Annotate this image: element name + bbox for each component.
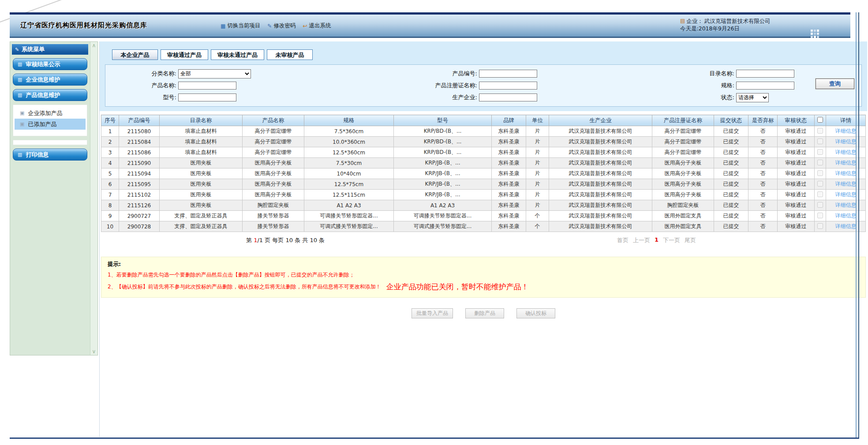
cell-0: 4 — [101, 158, 119, 168]
window-icon: ▥ — [18, 152, 22, 157]
action-buttons: 批量导入产品删除产品确认投标 — [100, 308, 867, 318]
cell-8: 武汉克瑞普新技术有限公司 — [549, 168, 652, 179]
search-row-3-2: 状态:请选择 — [696, 93, 794, 102]
sidebar-item-0[interactable]: ▥审核结果公示 — [13, 58, 87, 70]
search-input-2-1[interactable] — [479, 82, 537, 90]
cell-9: 医用高分子夹板 — [652, 190, 714, 200]
row-checkbox[interactable] — [817, 149, 823, 155]
detail-link[interactable]: 详细信息 — [835, 138, 857, 145]
detail-link[interactable]: 详细信息 — [835, 170, 857, 176]
search-column-3: 目录名称:规格:状态:请选择 — [696, 69, 794, 102]
tab-2[interactable]: 审核未通过产品 — [211, 49, 264, 60]
cell-9: 医用外固定支具 — [652, 221, 714, 232]
row-checkbox[interactable] — [817, 160, 823, 165]
row-checkbox[interactable] — [817, 128, 823, 134]
sidebar-subitem-0[interactable]: ▣企业添加产品 — [15, 108, 86, 119]
row-checkbox[interactable] — [817, 138, 823, 144]
detail-link[interactable]: 详细信息 — [835, 202, 857, 208]
detail-link[interactable]: 详细信息 — [835, 149, 857, 155]
pagination-link-2[interactable]: 1 — [655, 236, 658, 244]
scroll-up-icon[interactable]: ∧ — [92, 43, 96, 48]
row-checkbox[interactable] — [817, 181, 823, 187]
topnav-item-1[interactable]: ✎修改密码 — [267, 22, 296, 30]
tab-3[interactable]: 未审核产品 — [267, 49, 313, 60]
cell-1: 2115084 — [119, 137, 160, 147]
sidebar-subitem-1[interactable]: ▣已添加产品 — [15, 119, 86, 130]
pagination-link-3[interactable]: 下一页 — [663, 236, 680, 244]
frame-bottom-line — [10, 438, 859, 439]
cell-5: KRP/JB-(B、... — [394, 168, 492, 179]
company-line: ▤ 企业： 武汉克瑞普新技术有限公司 — [680, 17, 771, 25]
cell-1: 2115080 — [119, 126, 160, 137]
search-column-2: 产品编号:产品注册证名称:生产企业: — [422, 69, 537, 102]
sidebar-scrollbar[interactable]: ∧ ∨ — [90, 42, 97, 355]
pagination-summary-post: /1 页 每页 10 条 共 10 条 — [257, 237, 325, 243]
topnav-item-2[interactable]: ↩退出系统 — [303, 22, 331, 30]
detail-link[interactable]: 详细信息 — [835, 213, 857, 219]
sidebar-item-print[interactable]: ▥ 打印信息 — [13, 149, 87, 161]
notice-line-2-text: 2、【确认投标】前请先将不参与此次投标的产品删除，确认投标之后将无法删除，所有产… — [108, 284, 381, 290]
scroll-down-icon[interactable]: ∨ — [92, 349, 96, 354]
cell-7: 片 — [526, 147, 549, 158]
row-checkbox[interactable] — [817, 170, 823, 176]
product-table: 序号产品编号目录名称产品名称规格型号品牌单位生产企业产品注册证名称提交状态是否弃… — [101, 115, 866, 232]
company-name: 武汉克瑞普新技术有限公司 — [704, 17, 771, 25]
tab-1[interactable]: 审核通过产品 — [161, 49, 208, 60]
query-button-wrap: 查询 — [816, 79, 854, 89]
search-input-1-1[interactable] — [178, 82, 236, 90]
row-checkbox-cell — [815, 179, 826, 190]
detail-link[interactable]: 详细信息 — [835, 160, 857, 166]
action-button-1[interactable]: 删除产品 — [465, 308, 504, 318]
cell-12: 审核通过 — [778, 211, 815, 221]
search-input-3-1[interactable] — [736, 82, 794, 90]
topnav-item-0[interactable]: ▦切换当前项目 — [221, 22, 260, 30]
cell-4: 7.5*360cm — [304, 126, 394, 137]
row-checkbox[interactable] — [817, 191, 823, 197]
pagination-link-0[interactable]: 首页 — [617, 236, 629, 244]
search-input-3-0[interactable] — [736, 70, 794, 78]
sidebar-item-1[interactable]: ▥企业信息维护 — [13, 74, 87, 86]
table-row: 72115102医用夹板医用高分子夹板12.5*115cmKRP/JB-(B、.… — [101, 190, 866, 200]
pagination-link-1[interactable]: 上一页 — [633, 236, 650, 244]
detail-link[interactable]: 详细信息 — [835, 128, 857, 134]
search-row-3-1: 规格: — [696, 81, 794, 90]
cell-3: 高分子固定绷带 — [243, 137, 304, 147]
search-input-2-2[interactable] — [479, 93, 537, 101]
table-row: 42115090医用夹板医用高分子夹板7.5*30cmKRP/JB-(B、...… — [101, 158, 866, 168]
action-button-2[interactable]: 确认投标 — [516, 308, 555, 318]
cell-6: 东科圣康 — [492, 221, 526, 232]
search-label-2-0: 产品编号: — [422, 70, 479, 78]
header: 辽宁省医疗机构医用耗材阳光采购信息库 ▦切换当前项目✎修改密码↩退出系统 ▤ 企… — [10, 12, 850, 38]
select-all-checkbox[interactable] — [817, 117, 823, 123]
col-header-4: 规格 — [304, 115, 394, 126]
row-checkbox[interactable] — [817, 202, 823, 208]
cell-10: 已提交 — [714, 211, 748, 221]
cell-8: 武汉克瑞普新技术有限公司 — [549, 147, 652, 158]
sidebar-item-2[interactable]: ▥产品信息维护 — [13, 89, 87, 101]
detail-cell: 详细信息 — [826, 190, 866, 200]
table-body: 12115080填塞止血材料高分子固定绷带7.5*360cmKRP/BD-(B、… — [101, 126, 866, 232]
detail-link[interactable]: 详细信息 — [835, 191, 857, 198]
search-input-2-0[interactable] — [479, 70, 537, 78]
table-row: 12115080填塞止血材料高分子固定绷带7.5*360cmKRP/BD-(B、… — [101, 126, 866, 137]
action-button-0[interactable]: 批量导入产品 — [412, 308, 453, 318]
row-checkbox-cell — [815, 137, 826, 147]
query-button[interactable]: 查询 — [816, 79, 854, 89]
row-checkbox[interactable] — [817, 223, 823, 229]
notice-alert: 企业产品功能已关闭，暂时不能维护产品！ — [386, 282, 529, 291]
search-row-1-0: 分类名称:全部 — [132, 69, 251, 79]
detail-link[interactable]: 详细信息 — [835, 223, 857, 229]
search-select-3-2[interactable]: 请选择 — [736, 93, 769, 102]
cell-9: 高分子固定绷带 — [652, 147, 714, 158]
cell-2: 填塞止血材料 — [160, 147, 243, 158]
detail-cell: 详细信息 — [826, 168, 866, 179]
pagination-link-4[interactable]: 尾页 — [685, 236, 696, 244]
search-input-1-2[interactable] — [178, 93, 236, 101]
search-select-1-0[interactable]: 全部 — [178, 69, 251, 79]
col-header-6: 品牌 — [492, 115, 526, 126]
cell-1: 2115086 — [119, 147, 160, 158]
detail-link[interactable]: 详细信息 — [835, 181, 857, 187]
table-row: 62115095医用夹板医用高分子夹板12.5*75cmKRP/JB-(B、..… — [101, 179, 866, 190]
row-checkbox[interactable] — [817, 213, 823, 218]
tab-0[interactable]: 本企业产品 — [112, 49, 158, 60]
